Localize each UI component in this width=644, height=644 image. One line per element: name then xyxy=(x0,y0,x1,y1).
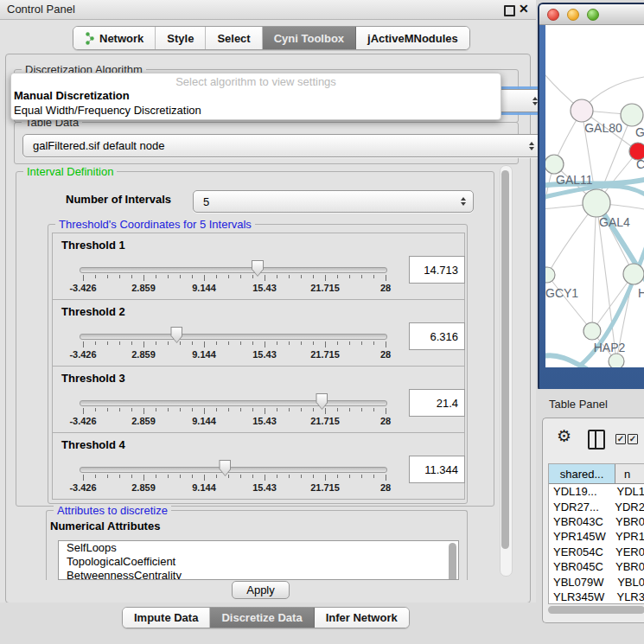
slider-tick xyxy=(301,475,302,478)
threshold-slider[interactable]: -3.4262.8599.14415.4321.71528 xyxy=(80,391,387,429)
attribute-list-item[interactable]: BetweennessCentrality xyxy=(59,569,458,580)
threshold-slider[interactable]: -3.4262.8599.14415.4321.71528 xyxy=(80,258,387,296)
cell-name[interactable]: YPR1 xyxy=(608,529,644,544)
slider-thumb[interactable] xyxy=(170,327,182,343)
slider-tick xyxy=(168,408,169,411)
slider-tick xyxy=(337,475,338,478)
table-row[interactable]: YLR345WYLR3 xyxy=(549,590,644,604)
network-node-gal4[interactable] xyxy=(583,189,610,217)
cell-shared-name[interactable]: YPR145W xyxy=(549,529,608,544)
cell-name[interactable]: YDR2 xyxy=(607,499,644,513)
slider-tick xyxy=(143,275,144,281)
slider-tick-label: 9.144 xyxy=(192,416,216,426)
slider-tick-label: 21.715 xyxy=(310,283,340,293)
slider-thumb[interactable] xyxy=(316,393,328,410)
column-header-shared-name[interactable]: shared... xyxy=(549,464,615,483)
slider-tick xyxy=(168,275,169,278)
slider-tick xyxy=(289,408,290,411)
tab-infer-network[interactable]: Infer Network xyxy=(315,608,409,628)
slider-tick xyxy=(277,275,277,278)
table-row[interactable]: YER054CYER0 xyxy=(549,545,644,559)
table-row[interactable]: YPR145WYPR1 xyxy=(549,529,644,544)
cell-shared-name[interactable]: YDL19... xyxy=(549,484,609,499)
cell-name[interactable]: YDL1 xyxy=(609,484,644,499)
network-node-ga[interactable] xyxy=(621,104,643,126)
network-node-gal11[interactable] xyxy=(545,155,564,174)
cell-name[interactable]: YBL0 xyxy=(609,574,644,589)
table-row[interactable]: YBR043CYBR0 xyxy=(549,514,644,529)
cell-name[interactable]: YLR3 xyxy=(609,590,644,604)
table-horizontal-scrollbar[interactable] xyxy=(548,606,644,614)
slider-track[interactable] xyxy=(80,267,387,273)
numerical-attributes-list[interactable]: SelfLoopsTopologicalCoefficientBetweenne… xyxy=(58,540,459,580)
threshold-label: Threshold 4 xyxy=(61,438,125,451)
dropdown-item-equal-width-frequency[interactable]: Equal Width/Frequency Discretization xyxy=(14,104,201,117)
float-window-icon[interactable] xyxy=(504,5,515,16)
settings-scrollbar-thumb[interactable] xyxy=(501,170,509,549)
network-node-gal80[interactable] xyxy=(571,99,593,122)
close-traffic-light-icon[interactable] xyxy=(547,9,559,21)
num-intervals-combo[interactable]: 5 xyxy=(193,190,474,213)
slider-tick-label: 15.43 xyxy=(252,416,277,426)
settings-scrollbar-track[interactable] xyxy=(500,165,513,577)
slider-track[interactable] xyxy=(80,334,387,340)
slider-tick xyxy=(143,341,144,348)
columns-icon[interactable] xyxy=(588,430,605,450)
slider-thumb[interactable] xyxy=(252,260,264,277)
network-node-hap2[interactable] xyxy=(583,322,601,340)
table-data-combo[interactable]: galFiltered.sif default node xyxy=(22,134,542,157)
list-scrollbar-thumb[interactable] xyxy=(449,543,456,580)
cell-shared-name[interactable]: YLR345W xyxy=(549,590,609,604)
threshold-value-field[interactable]: 11.344 xyxy=(409,456,465,483)
network-view-window[interactable]: GAL80GACGAL11GAL4GCY1HHAP2 xyxy=(538,3,644,392)
slider-tick xyxy=(95,275,96,278)
table-row[interactable]: YDR27...YDR2 xyxy=(549,499,644,513)
tab-jactivemnodules[interactable]: jActiveMNodules xyxy=(356,27,469,49)
slider-track[interactable] xyxy=(80,467,387,473)
network-node[interactable] xyxy=(609,354,624,367)
threshold-value-field[interactable]: 14.713 xyxy=(409,256,465,284)
close-icon[interactable]: ✕ xyxy=(519,2,529,16)
cell-name[interactable]: YER0 xyxy=(608,545,644,559)
slider-tick-label: 9.144 xyxy=(192,349,216,360)
checkbox-icon[interactable]: ✓ xyxy=(628,434,638,444)
threshold-slider[interactable]: -3.4262.8599.14415.4321.71528 xyxy=(80,324,387,362)
tab-select[interactable]: Select xyxy=(206,27,262,49)
network-node-gcy1[interactable] xyxy=(545,267,555,283)
slider-tick xyxy=(265,475,265,481)
tab-discretize-data[interactable]: Discretize Data xyxy=(210,608,314,628)
tab-impute-data[interactable]: Impute Data xyxy=(123,608,210,628)
cell-shared-name[interactable]: YBL079W xyxy=(549,574,609,589)
minimize-traffic-light-icon[interactable] xyxy=(567,9,579,21)
slider-tick xyxy=(180,475,181,478)
table-row[interactable]: YBL079WYBL0 xyxy=(549,574,644,589)
slider-track[interactable] xyxy=(80,400,387,406)
zoom-traffic-light-icon[interactable] xyxy=(587,9,599,21)
table-row[interactable]: YDL19...YDL1 xyxy=(549,484,644,499)
network-node-label: GCY1 xyxy=(545,286,578,300)
gear-icon[interactable]: ⚙ xyxy=(557,426,571,446)
slider-tick xyxy=(337,341,338,345)
cell-name[interactable]: YBR0 xyxy=(608,514,644,529)
tab-style[interactable]: Style xyxy=(156,27,206,49)
cell-shared-name[interactable]: YBR043C xyxy=(549,514,608,529)
network-canvas[interactable]: GAL80GACGAL11GAL4GCY1HHAP2 xyxy=(545,25,644,367)
cell-shared-name[interactable]: YER054C xyxy=(549,545,608,559)
cell-shared-name[interactable]: YDR27... xyxy=(549,499,607,513)
tab-cyni-toolbox[interactable]: Cyni Toolbox xyxy=(263,27,356,49)
checkbox-icon[interactable]: ✓ xyxy=(615,434,626,444)
attribute-list-item[interactable]: SelfLoops xyxy=(59,541,458,555)
slider-thumb[interactable] xyxy=(219,460,231,476)
column-header-name[interactable]: n xyxy=(615,464,644,483)
dropdown-item-manual-discretization[interactable]: Manual Discretization xyxy=(14,89,130,102)
threshold-slider[interactable]: -3.4262.8599.14415.4321.71528 xyxy=(80,457,387,495)
apply-button[interactable]: Apply xyxy=(232,581,290,599)
threshold-value-field[interactable]: 6.316 xyxy=(409,322,465,350)
cell-name[interactable]: YBR0 xyxy=(608,559,644,574)
tab-network[interactable]: Network xyxy=(73,27,156,49)
cell-shared-name[interactable]: YBR045C xyxy=(549,559,608,574)
attribute-list-item[interactable]: TopologicalCoefficient xyxy=(59,555,458,569)
threshold-value-field[interactable]: 21.4 xyxy=(409,389,465,417)
table-row[interactable]: YBR045CYBR0 xyxy=(549,559,644,574)
network-node-h[interactable] xyxy=(623,264,644,284)
